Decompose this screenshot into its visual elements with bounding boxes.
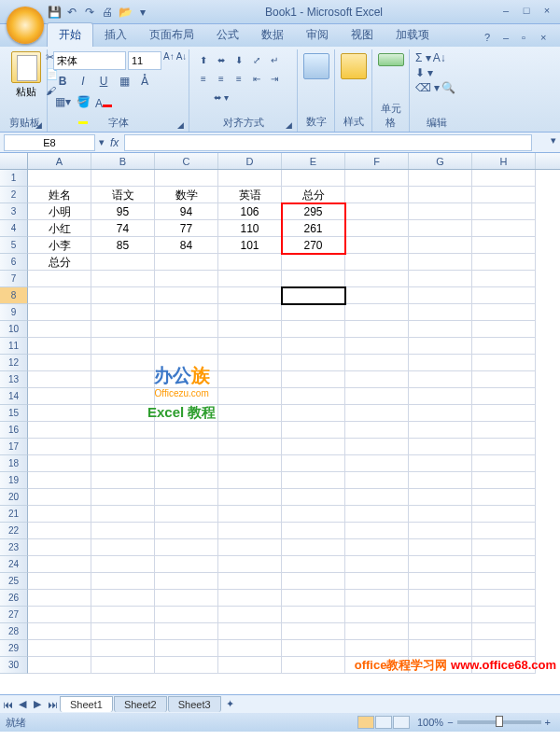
align-center-icon[interactable]: ≡: [213, 70, 230, 87]
cell-H6[interactable]: [472, 254, 536, 271]
cell-B13[interactable]: [91, 371, 155, 388]
cell-B27[interactable]: [91, 607, 155, 623]
cell-H15[interactable]: [472, 405, 536, 422]
cell-E24[interactable]: [282, 556, 345, 573]
cell-H7[interactable]: [472, 271, 536, 287]
cell-F4[interactable]: [345, 220, 409, 237]
cell-A20[interactable]: [28, 489, 91, 506]
row-header-10[interactable]: 10: [0, 321, 28, 338]
align-top-icon[interactable]: ⬆: [195, 51, 212, 68]
help-icon[interactable]: ?: [484, 32, 499, 47]
row-header-28[interactable]: 28: [0, 623, 28, 640]
cell-A5[interactable]: 小李: [28, 237, 91, 254]
sheet-tab-1[interactable]: Sheet1: [60, 696, 113, 712]
cell-B24[interactable]: [91, 556, 155, 573]
cell-G23[interactable]: [409, 539, 472, 556]
cell-B8[interactable]: [91, 287, 155, 304]
cell-G2[interactable]: [409, 187, 472, 203]
cell-G22[interactable]: [409, 523, 472, 539]
minimize-button[interactable]: –: [497, 5, 514, 20]
cell-F16[interactable]: [345, 422, 409, 439]
col-header-F[interactable]: F: [345, 153, 409, 169]
cell-C19[interactable]: [155, 472, 218, 489]
cell-C8[interactable]: [155, 287, 218, 304]
tab-view[interactable]: 视图: [340, 23, 385, 47]
align-middle-icon[interactable]: ⬌: [213, 51, 230, 68]
row-header-23[interactable]: 23: [0, 539, 28, 556]
cell-F25[interactable]: [345, 573, 409, 590]
cell-A8[interactable]: [28, 287, 91, 304]
cell-D12[interactable]: [218, 355, 282, 371]
cell-B4[interactable]: 74: [91, 220, 155, 237]
cell-A12[interactable]: [28, 355, 91, 371]
cell-A17[interactable]: [28, 439, 91, 455]
cell-G7[interactable]: [409, 271, 472, 287]
cell-A29[interactable]: [28, 640, 91, 657]
cell-A26[interactable]: [28, 590, 91, 607]
row-header-21[interactable]: 21: [0, 506, 28, 523]
cell-B12[interactable]: [91, 355, 155, 371]
cell-G15[interactable]: [409, 405, 472, 422]
cell-G16[interactable]: [409, 422, 472, 439]
cell-B21[interactable]: [91, 506, 155, 523]
normal-view-icon[interactable]: [357, 716, 374, 729]
cell-G9[interactable]: [409, 304, 472, 321]
clipboard-launcher-icon[interactable]: ◢: [35, 120, 45, 130]
close-workbook-icon[interactable]: ×: [540, 32, 555, 47]
cell-B1[interactable]: [91, 170, 155, 187]
row-header-25[interactable]: 25: [0, 573, 28, 590]
cell-F22[interactable]: [345, 523, 409, 539]
cell-D2[interactable]: 英语: [218, 187, 282, 203]
font-launcher-icon[interactable]: ◢: [177, 120, 187, 130]
increase-font-icon[interactable]: A↑: [163, 51, 175, 68]
tab-review[interactable]: 审阅: [295, 23, 340, 47]
cell-G19[interactable]: [409, 472, 472, 489]
zoom-out-icon[interactable]: −: [447, 717, 453, 728]
namebox-dropdown-icon[interactable]: ▾: [99, 136, 105, 148]
first-sheet-icon[interactable]: ⏮: [0, 699, 15, 710]
cell-H27[interactable]: [472, 607, 536, 623]
cell-E27[interactable]: [282, 607, 345, 623]
cell-G25[interactable]: [409, 573, 472, 590]
cell-F1[interactable]: [345, 170, 409, 187]
cell-A21[interactable]: [28, 506, 91, 523]
ruby-button[interactable]: A̽: [135, 72, 154, 91]
cell-G28[interactable]: [409, 623, 472, 640]
cell-D19[interactable]: [218, 472, 282, 489]
cell-A14[interactable]: [28, 388, 91, 405]
cell-D13[interactable]: [218, 371, 282, 388]
cell-A22[interactable]: [28, 523, 91, 539]
col-header-E[interactable]: E: [282, 153, 345, 169]
cell-D23[interactable]: [218, 539, 282, 556]
autosum-icon[interactable]: Σ ▾: [415, 51, 431, 64]
cell-B29[interactable]: [91, 640, 155, 657]
cell-H11[interactable]: [472, 338, 536, 355]
border-button[interactable]: ▦: [115, 72, 133, 91]
row-header-17[interactable]: 17: [0, 439, 28, 455]
find-icon[interactable]: 🔍: [441, 81, 455, 94]
font-name-select[interactable]: [53, 51, 126, 70]
cell-F20[interactable]: [345, 489, 409, 506]
col-header-G[interactable]: G: [409, 153, 472, 169]
cell-A10[interactable]: [28, 321, 91, 338]
cell-B16[interactable]: [91, 422, 155, 439]
fill-icon[interactable]: ⬇ ▾: [415, 66, 433, 79]
row-header-4[interactable]: 4: [0, 220, 28, 237]
cell-D17[interactable]: [218, 439, 282, 455]
cell-G6[interactable]: [409, 254, 472, 271]
row-header-22[interactable]: 22: [0, 523, 28, 539]
cell-B10[interactable]: [91, 321, 155, 338]
cell-D1[interactable]: [218, 170, 282, 187]
cell-B15[interactable]: [91, 405, 155, 422]
cell-F12[interactable]: [345, 355, 409, 371]
add-sheet-icon[interactable]: ✦: [222, 698, 239, 710]
cell-E14[interactable]: [282, 388, 345, 405]
cell-H16[interactable]: [472, 422, 536, 439]
row-header-11[interactable]: 11: [0, 338, 28, 355]
qat-more-icon[interactable]: ▾: [135, 5, 150, 20]
cell-H13[interactable]: [472, 371, 536, 388]
open-icon[interactable]: 📂: [118, 5, 133, 20]
cell-D27[interactable]: [218, 607, 282, 623]
cell-E18[interactable]: [282, 455, 345, 472]
cell-G26[interactable]: [409, 590, 472, 607]
